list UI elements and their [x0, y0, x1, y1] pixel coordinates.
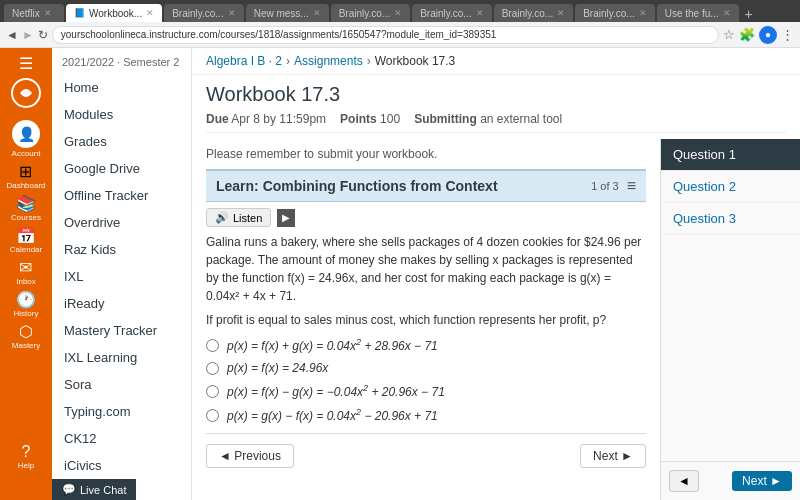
- chat-icon: 💬: [62, 483, 76, 496]
- radio-option-c[interactable]: [206, 385, 219, 398]
- address-bar[interactable]: yourschoolonlineca.instructure.com/cours…: [52, 26, 719, 44]
- learn-title: Learn: Combining Functions from Context: [216, 178, 498, 194]
- tab-usefull[interactable]: Use the fu... ✕: [657, 4, 739, 22]
- nav-item-overdrive[interactable]: Overdrive: [52, 209, 191, 236]
- tab-close[interactable]: ✕: [476, 8, 484, 18]
- nav-item-ixl-learning[interactable]: IXL Learning: [52, 344, 191, 371]
- audio-bar: 🔊 Listen ▶: [206, 202, 646, 233]
- page-title: Workbook 17.3: [206, 83, 786, 106]
- sidebar-item-courses[interactable]: 📚 Courses: [11, 194, 41, 222]
- sidebar-item-mastery[interactable]: ⬡ Mastery: [12, 322, 40, 350]
- nav-item-raz-kids[interactable]: Raz Kids: [52, 236, 191, 263]
- sub-question: If profit is equal to sales minus cost, …: [206, 313, 646, 327]
- question-1-nav[interactable]: Question 1: [661, 139, 800, 171]
- nav-item-offline-tracker[interactable]: Offline Tracker: [52, 182, 191, 209]
- bookmark-icon[interactable]: ☆: [723, 27, 735, 42]
- nav-item-iready[interactable]: iReady: [52, 290, 191, 317]
- semester-label: 2021/2022 · Semester 2: [52, 50, 191, 74]
- sidebar-item-history[interactable]: 🕐 History: [14, 290, 39, 318]
- tab-close[interactable]: ✕: [313, 8, 321, 18]
- tab-brainly4[interactable]: Brainly.co... ✕: [494, 4, 574, 22]
- tab-workbook[interactable]: 📘 Workbook... ✕: [66, 4, 162, 22]
- speaker-icon: 🔊: [215, 211, 229, 224]
- sidebar-item-dashboard[interactable]: ⊞ Dashboard: [6, 162, 45, 190]
- question-2-nav[interactable]: Question 2: [661, 171, 800, 203]
- breadcrumb-algebra[interactable]: Algebra I B · 2: [206, 54, 282, 68]
- tab-close[interactable]: ✕: [228, 8, 236, 18]
- left-sidebar: ☰ 👤 Account ⊞ Dashboard 📚 Courses 📅 Cale…: [0, 48, 52, 500]
- right-panel: Question 1 Question 2 Question 3 ◄ Next …: [660, 139, 800, 500]
- next-bottom-button[interactable]: Next ►: [580, 444, 646, 468]
- nav-item-mastery-tracker[interactable]: Mastery Tracker: [52, 317, 191, 344]
- nav-item-icivics[interactable]: iCivics: [52, 452, 191, 479]
- address-bar-row: ◄ ► ↻ yourschoolonlineca.instructure.com…: [0, 22, 800, 48]
- option-d: p(x) = g(x) − f(x) = 0.04x2 − 20.96x + 7…: [206, 407, 646, 423]
- tab-close[interactable]: ✕: [146, 8, 154, 18]
- learn-header: Learn: Combining Functions from Context …: [206, 169, 646, 202]
- next-panel-button[interactable]: Next ►: [732, 471, 792, 491]
- option-a: p(x) = f(x) + g(x) = 0.04x2 + 28.96x − 7…: [206, 337, 646, 353]
- breadcrumb: Algebra I B · 2 › Assignments › Workbook…: [192, 48, 800, 75]
- canvas-logo: [10, 77, 42, 112]
- page-indicator: 1 of 3: [591, 180, 619, 192]
- breadcrumb-assignments[interactable]: Assignments: [294, 54, 363, 68]
- tab-netflix[interactable]: Netflix ✕: [4, 4, 64, 22]
- sidebar-item-account[interactable]: 👤 Account: [12, 120, 41, 158]
- right-panel-footer: ◄ Next ►: [661, 461, 800, 500]
- nav-item-ck12[interactable]: CK12: [52, 425, 191, 452]
- question-text: Galina runs a bakery, where she sells pa…: [206, 233, 646, 305]
- main-content: Algebra I B · 2 › Assignments › Workbook…: [192, 48, 800, 500]
- nav-item-sora[interactable]: Sora: [52, 371, 191, 398]
- back-button[interactable]: ◄: [6, 28, 18, 42]
- option-b: p(x) = f(x) = 24.96x: [206, 361, 646, 375]
- nav-item-modules[interactable]: Modules: [52, 101, 191, 128]
- forward-button[interactable]: ►: [22, 28, 34, 42]
- tab-close[interactable]: ✕: [639, 8, 647, 18]
- nav-item-google-drive[interactable]: Google Drive: [52, 155, 191, 182]
- nav-item-grades[interactable]: Grades: [52, 128, 191, 155]
- content-header: Workbook 17.3 Due Apr 8 by 11:59pm Point…: [192, 75, 800, 139]
- bottom-navigation: ◄ Previous Next ►: [206, 433, 646, 474]
- prev-arrow-button[interactable]: ◄: [669, 470, 699, 492]
- tab-brainly3[interactable]: Brainly.co... ✕: [412, 4, 492, 22]
- meta-row: Due Apr 8 by 11:59pm Points 100 Submitti…: [206, 112, 786, 133]
- radio-option-d[interactable]: [206, 409, 219, 422]
- sidebar-item-help[interactable]: ? Help: [18, 443, 34, 470]
- play-button[interactable]: ▶: [277, 209, 295, 227]
- listen-button[interactable]: 🔊 Listen: [206, 208, 271, 227]
- tab-brainly2[interactable]: Brainly.co... ✕: [331, 4, 411, 22]
- menu-icon[interactable]: ⋮: [781, 27, 794, 42]
- nav-item-ixl[interactable]: IXL: [52, 263, 191, 290]
- tab-close[interactable]: ✕: [723, 8, 731, 18]
- tab-close[interactable]: ✕: [557, 8, 565, 18]
- sidebar-item-calendar[interactable]: 📅 Calendar: [10, 226, 42, 254]
- sidebar-item-inbox[interactable]: ✉ Inbox: [16, 258, 36, 286]
- nav-item-typing[interactable]: Typing.com: [52, 398, 191, 425]
- breadcrumb-current: Workbook 17.3: [375, 54, 456, 68]
- radio-option-b[interactable]: [206, 362, 219, 375]
- question-3-nav[interactable]: Question 3: [661, 203, 800, 235]
- option-c: p(x) = f(x) − g(x) = −0.04x2 + 20.96x − …: [206, 383, 646, 399]
- nav-sidebar: 2021/2022 · Semester 2 Home Modules Grad…: [52, 48, 192, 500]
- profile-icon[interactable]: ●: [759, 26, 777, 44]
- browser-chrome: Netflix ✕ 📘 Workbook... ✕ Brainly.co... …: [0, 0, 800, 22]
- tab-message[interactable]: New mess... ✕: [246, 4, 329, 22]
- extensions-icon[interactable]: 🧩: [739, 27, 755, 42]
- tab-brainly5[interactable]: Brainly.co... ✕: [575, 4, 655, 22]
- hamburger-menu[interactable]: ☰: [19, 54, 33, 73]
- notice-text: Please remember to submit your workbook.: [206, 147, 646, 161]
- tab-close[interactable]: ✕: [394, 8, 402, 18]
- reload-button[interactable]: ↻: [38, 28, 48, 42]
- previous-button[interactable]: ◄ Previous: [206, 444, 294, 468]
- live-chat[interactable]: 💬 Live Chat: [52, 479, 136, 500]
- content-body: Please remember to submit your workbook.…: [192, 139, 660, 500]
- radio-option-a[interactable]: [206, 339, 219, 352]
- tab-brainly1[interactable]: Brainly.co... ✕: [164, 4, 244, 22]
- add-tab-button[interactable]: +: [741, 6, 757, 22]
- nav-item-home[interactable]: Home: [52, 74, 191, 101]
- list-view-icon[interactable]: ≡: [627, 177, 636, 195]
- tab-close[interactable]: ✕: [44, 8, 52, 18]
